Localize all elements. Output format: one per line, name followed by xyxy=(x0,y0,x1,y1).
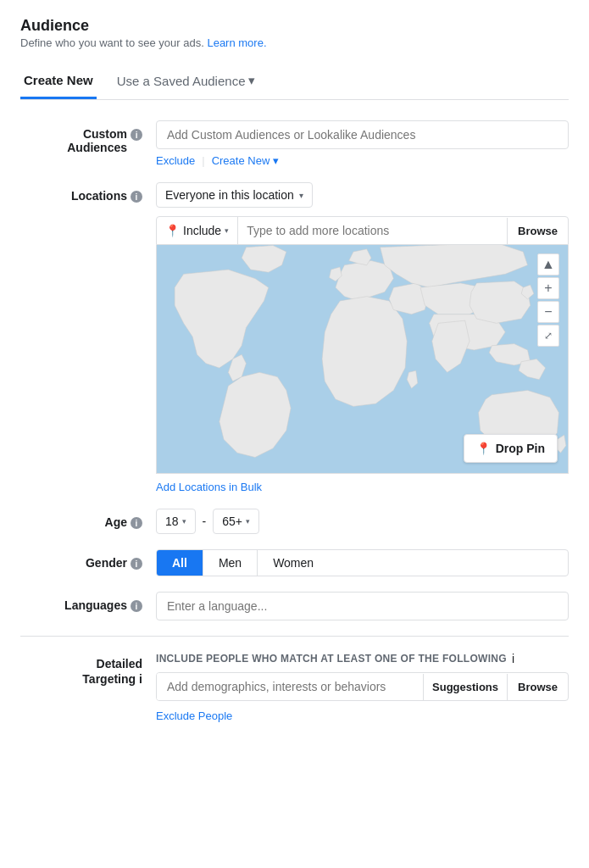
tab-create-new[interactable]: Create New xyxy=(20,64,97,99)
custom-audiences-label: Custom Audiences i xyxy=(20,120,156,154)
detailed-search-input[interactable] xyxy=(157,673,423,700)
location-type-dropdown[interactable]: Everyone in this location ▾ xyxy=(156,182,313,208)
page-header: Audience Define who you want to see your… xyxy=(20,17,569,49)
detailed-targeting-content: INCLUDE people who match at least ONE of… xyxy=(156,652,569,722)
gender-info-icon[interactable]: i xyxy=(131,558,142,570)
detailed-targeting-row: Detailed Targeting i INCLUDE people who … xyxy=(20,652,569,722)
map-controls: ▲ + − ⤢ xyxy=(537,253,559,347)
gender-content: All Men Women xyxy=(156,549,569,576)
gender-all-button[interactable]: All xyxy=(157,550,203,576)
languages-input[interactable] xyxy=(156,592,569,620)
detailed-search-bar: Suggestions Browse xyxy=(156,672,569,701)
age-content: 18 ▾ - 65+ ▾ xyxy=(156,509,569,534)
learn-more-link[interactable]: Learn more. xyxy=(207,36,266,49)
age-row: Age i 18 ▾ - 65+ ▾ xyxy=(20,509,569,534)
languages-info-icon[interactable]: i xyxy=(131,600,142,612)
location-pin-icon: 📍 xyxy=(165,224,180,237)
age-max-dropdown[interactable]: 65+ ▾ xyxy=(213,509,259,534)
age-max-arrow-icon: ▾ xyxy=(246,517,250,526)
location-search-input[interactable] xyxy=(238,217,507,244)
custom-audiences-info-icon[interactable]: i xyxy=(131,129,142,141)
location-search-bar: 📍 Include ▾ Browse xyxy=(156,216,569,245)
languages-label: Languages i xyxy=(20,592,156,612)
add-bulk-link-container: Add Locations in Bulk xyxy=(156,481,569,493)
tab-bar: Create New Use a Saved Audience ▾ xyxy=(20,64,569,100)
map-scroll-up-button[interactable]: ▲ xyxy=(537,253,559,275)
gender-men-button[interactable]: Men xyxy=(203,550,258,576)
include-info-row: INCLUDE people who match at least ONE of… xyxy=(156,652,569,665)
location-type-arrow-icon: ▾ xyxy=(299,191,303,200)
location-include-dropdown[interactable]: 📍 Include ▾ xyxy=(157,217,238,244)
include-text-info-icon[interactable]: i xyxy=(512,652,514,665)
locations-label: Locations i xyxy=(20,182,156,203)
include-arrow-icon: ▾ xyxy=(225,226,229,235)
detailed-targeting-info-icon[interactable]: i xyxy=(139,672,142,686)
languages-content xyxy=(156,592,569,620)
page-title: Audience xyxy=(20,17,569,35)
world-map: ▲ + − ⤢ 📍 Drop Pin xyxy=(156,245,569,474)
suggestions-button[interactable]: Suggestions xyxy=(423,674,507,700)
detailed-browse-button[interactable]: Browse xyxy=(507,674,568,700)
create-new-link[interactable]: Create New ▾ xyxy=(212,154,279,167)
drop-pin-icon: 📍 xyxy=(476,442,491,455)
audience-page: Audience Define who you want to see your… xyxy=(0,0,589,754)
create-new-arrow-icon: ▾ xyxy=(273,154,279,167)
map-fullscreen-button[interactable]: ⤢ xyxy=(537,325,559,347)
locations-content: Everyone in this location ▾ 📍 Include ▾ … xyxy=(156,182,569,493)
custom-audiences-input[interactable] xyxy=(156,120,569,149)
exclude-people-link-container: Exclude People xyxy=(156,709,569,722)
locations-info-icon[interactable]: i xyxy=(131,191,142,203)
custom-audiences-links: Exclude | Create New ▾ xyxy=(156,154,569,167)
custom-audiences-row: Custom Audiences i Exclude | Create New … xyxy=(20,120,569,167)
detailed-targeting-label: Detailed Targeting i xyxy=(20,652,156,686)
map-zoom-out-button[interactable]: − xyxy=(537,301,559,323)
location-browse-button[interactable]: Browse xyxy=(507,218,568,244)
drop-pin-button[interactable]: 📍 Drop Pin xyxy=(464,434,558,463)
map-zoom-in-button[interactable]: + xyxy=(537,277,559,299)
tab-use-saved[interactable]: Use a Saved Audience ▾ xyxy=(114,64,259,99)
tab-arrow-icon: ▾ xyxy=(248,73,255,88)
gender-women-button[interactable]: Women xyxy=(258,550,329,576)
locations-row: Locations i Everyone in this location ▾ … xyxy=(20,182,569,493)
age-min-dropdown[interactable]: 18 ▾ xyxy=(156,509,196,534)
age-min-arrow-icon: ▾ xyxy=(182,517,186,526)
exclude-people-link[interactable]: Exclude People xyxy=(156,709,232,722)
age-separator: - xyxy=(196,515,214,528)
languages-row: Languages i xyxy=(20,592,569,620)
gender-row: Gender i All Men Women xyxy=(20,549,569,576)
age-info-icon[interactable]: i xyxy=(131,517,142,529)
add-bulk-link[interactable]: Add Locations in Bulk xyxy=(156,481,262,493)
age-label: Age i xyxy=(20,509,156,529)
section-divider xyxy=(20,636,569,637)
gender-button-group: All Men Women xyxy=(156,549,569,576)
gender-label: Gender i xyxy=(20,549,156,570)
exclude-link[interactable]: Exclude xyxy=(156,154,195,167)
page-subtitle: Define who you want to see your ads. Lea… xyxy=(20,36,569,49)
custom-audiences-content: Exclude | Create New ▾ xyxy=(156,120,569,167)
